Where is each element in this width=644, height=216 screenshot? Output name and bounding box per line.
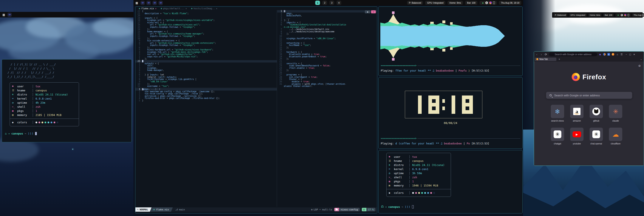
color-dot (421, 192, 423, 194)
nix-snowflake-icon: ❄ (161, 7, 162, 10)
bluetooth-tray-icon[interactable]: B (485, 2, 488, 4)
workspace-button-3[interactable]: 3 (330, 1, 334, 5)
clock-digit (462, 96, 473, 114)
app-icon-4[interactable]: $W (159, 1, 163, 5)
firefox-logo (572, 73, 580, 81)
newtab-search-input[interactable]: Search with Google or enter address (546, 92, 632, 99)
app-icon-2[interactable]: $W (146, 1, 151, 5)
newtab-settings-gear-icon[interactable]: ⚙ (638, 64, 641, 68)
gpu-pill[interactable]: GPU: Integrated (425, 1, 445, 5)
vertical-split[interactable] (277, 10, 277, 207)
ping-pill[interactable]: Home: 6ms (588, 13, 602, 17)
clock-pill[interactable]: Thu Aug 08, 18:18 (499, 1, 521, 5)
home-icon[interactable]: ⌂ (616, 53, 618, 56)
hamburger-menu-icon[interactable]: ☰ (620, 53, 623, 56)
cava-terminal-pane[interactable]: ======================> Playing: ffee fo… (378, 7, 522, 76)
code-line: 14 hostName = "iso"; (277, 44, 377, 47)
shortcut-tile[interactable]: aamazon (570, 105, 584, 122)
app-icon-1[interactable]: $W (140, 1, 145, 5)
editor-tab[interactable]: ❄pkgs/default...✕ (159, 7, 188, 10)
back-button[interactable]: ‹ (535, 53, 538, 56)
extension-vault-icon[interactable]: b (608, 53, 610, 56)
gpu-pill[interactable]: GPU: Integrated (569, 13, 587, 17)
battery-pill[interactable]: Bat: 100 (465, 1, 478, 5)
tab-close-icon[interactable]: ✕ (216, 7, 217, 10)
memory-icon: ▤ (12, 114, 17, 116)
plant-tray-icon[interactable]: ♣ (482, 2, 484, 4)
shortcut-tile[interactable]: github (590, 105, 603, 122)
window-controls: − ▢ ✕ (626, 53, 635, 56)
reload-button[interactable]: ⟳ (544, 53, 547, 56)
editor-pane-iso[interactable]: 1{​1 pkgs,2 modulesPath,3 ...4}: {5 impo… (277, 10, 377, 87)
ping-pill[interactable]: Home: 8ms (448, 1, 463, 5)
editor-tab[interactable]: ❄hosts/isoImag..✕ (190, 7, 219, 10)
nix-snowflake-icon: ❄ (153, 208, 155, 211)
app-icon[interactable]: $W (8, 13, 12, 17)
shell-prompt[interactable]: ᗣ→canopus~))) (381, 205, 414, 208)
shell-prompt[interactable]: ⌂→canopus~))) (5, 132, 37, 135)
tab-list-chevron-icon[interactable]: ⌄ (640, 58, 642, 60)
shortcut-tile[interactable]: ▶youtube (570, 128, 584, 145)
code-line: 1 outputs = { (136, 63, 277, 65)
window-close-button[interactable]: ✕ (371, 10, 376, 13)
shortcut-tile[interactable]: ☁cloudflare (609, 128, 622, 145)
shell-icon: >_ (12, 105, 17, 108)
editor-pane-pkgs[interactable]: 1{pkgs, ...}: {1 tux-awesome-wm-config =… (136, 88, 277, 103)
minimize-button[interactable]: − (626, 53, 627, 56)
clock-pill[interactable]: Thu Aug 08, 18:39 (632, 13, 644, 17)
left-terminal-window[interactable]: / | / /(_)| |/ // __ \ / ___/ / |/ // / … (2, 59, 132, 142)
extension-duo-icon[interactable] (603, 53, 606, 56)
host-icon: ☰ (389, 159, 394, 162)
editor-pane-flake[interactable]: 22{21 description = "tux's NixOS Flake";… (136, 10, 277, 88)
shortcut-tile[interactable]: ✳chatgpt (551, 128, 564, 145)
power-profile-pill[interactable]: P: Balanced (554, 13, 567, 17)
workspace-button-4[interactable]: 4 (337, 1, 341, 5)
editor-tab[interactable]: ❄flake.nix✕ (137, 7, 158, 10)
fetch-row: >_shellzsh (12, 105, 77, 109)
tab-close-icon[interactable]: ✕ (186, 7, 187, 10)
fetch-terminal-pane[interactable]: ☻usertux☰hnamecanopus❄distroNixOS 24.11 … (378, 150, 522, 213)
shortcut-tile[interactable]: ✳chat.openai (590, 128, 603, 145)
tab-close-icon[interactable]: ✕ (155, 7, 156, 10)
close-button[interactable]: ✕ (633, 53, 635, 56)
audio-tray-icon[interactable] (489, 2, 492, 4)
new-tab-button[interactable]: + (558, 58, 560, 61)
extension-fox-icon[interactable] (612, 53, 614, 56)
audio-tray-icon[interactable] (624, 14, 626, 16)
search-icon (550, 94, 552, 96)
shortcut-tile[interactable]: ✳claude (609, 105, 622, 122)
neovim-window[interactable]: ❄flake.nix✕❄pkgs/default...✕❄hosts/isoIm… (135, 7, 377, 213)
firefox-window[interactable]: ‹ › ⟳ Search with Google or enter addres… (534, 51, 644, 166)
shell-icon: >_ (389, 176, 394, 179)
workspace-button-1[interactable]: 1 (315, 1, 320, 5)
menu-grid-icon[interactable]: ▦ (135, 1, 138, 5)
bluetooth-tray-icon[interactable]: B (621, 14, 623, 16)
shortcut-tile[interactable]: ❄search.nixos (551, 105, 564, 122)
phone-tray-icon[interactable] (493, 2, 495, 4)
openai-icon: ✳ (592, 130, 600, 138)
code-line: 15 inputs.nixpkgs.follows = "nixpkgs"; (136, 26, 277, 29)
browser-tab-newtab[interactable]: New Tab (535, 58, 556, 61)
power-profile-pill[interactable]: P: Balanced (407, 1, 423, 5)
system-tray[interactable]: ♣ B (615, 13, 631, 17)
color-dot (412, 192, 414, 194)
firefox-tabstrip: New Tab + ⌄ (534, 57, 644, 61)
battery-pill[interactable]: Bat: 100 (603, 13, 614, 17)
clock-digit (448, 96, 459, 114)
statusline: ✎NORMAL ❄flake.nix ⎇main ⚙LSP ~ null-ls … (136, 207, 377, 212)
system-tray[interactable]: ♣ B (480, 1, 497, 5)
extension-gem-icon[interactable]: ◆ (599, 53, 602, 56)
now-playing: Playing: ffee for your head) ** ♫ beabad… (381, 69, 520, 72)
color-dot (44, 122, 46, 123)
forward-button[interactable]: › (540, 53, 543, 56)
plant-tray-icon[interactable]: ♣ (617, 14, 620, 16)
clock-terminal-pane[interactable]: 08/08/24 ======================> Playing… (378, 77, 522, 149)
app-icon-3[interactable]: $W (152, 1, 157, 5)
workspace-button-2[interactable]: 2 (322, 1, 327, 5)
url-bar[interactable]: Search with Google or enter address (549, 52, 597, 56)
maximize-button[interactable]: ▢ (629, 53, 631, 56)
phone-tray-icon[interactable] (628, 14, 629, 16)
code-line: 2 sops-nix.url = "github:Mic92/sops-nix"… (136, 56, 277, 58)
menu-grid-icon[interactable]: ▦ (2, 13, 6, 16)
eye-toggle-button[interactable]: ◉ (365, 10, 370, 13)
